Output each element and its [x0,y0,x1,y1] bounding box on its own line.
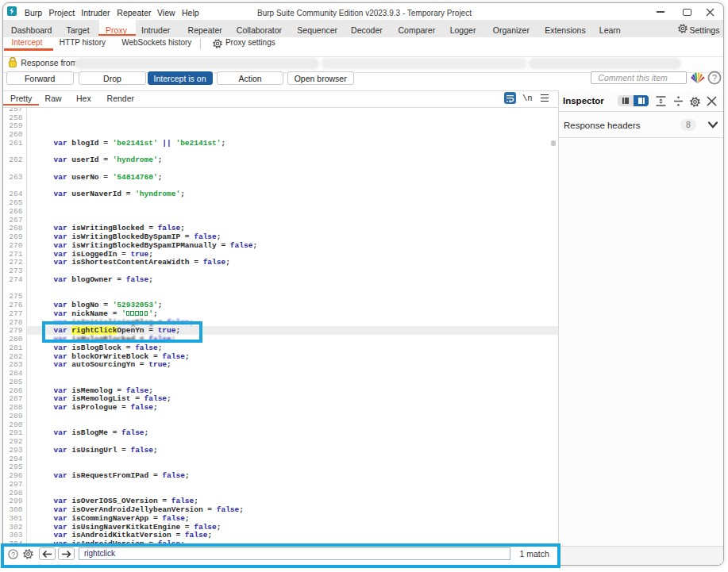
svg-text:?: ? [11,550,15,558]
svg-text:?: ? [711,72,716,82]
